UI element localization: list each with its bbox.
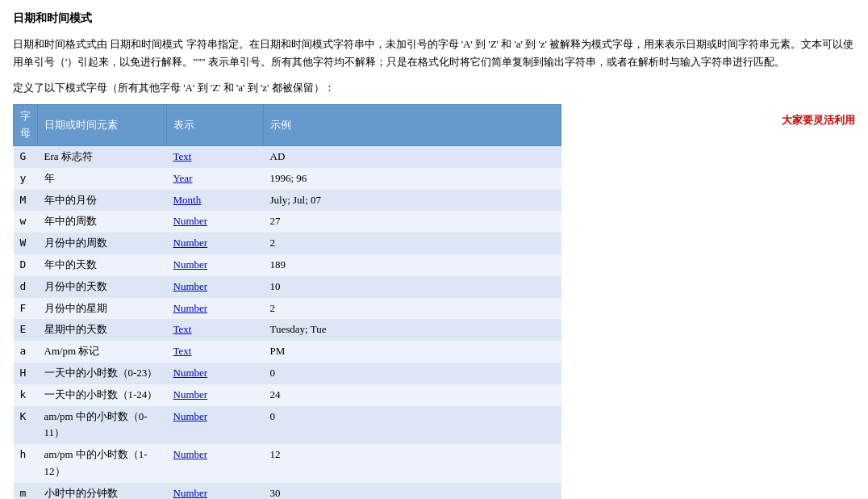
cell-letter: d: [14, 276, 38, 298]
cell-element: 星期中的天数: [38, 319, 167, 341]
cell-letter: w: [14, 211, 38, 233]
cell-element: am/pm 中的小时数（0-11）: [38, 406, 167, 445]
sidebar-note: 大家要灵活利用: [782, 112, 855, 129]
table-row: F月份中的星期Number2: [14, 298, 561, 320]
present-link[interactable]: Number: [173, 367, 208, 379]
cell-example: 30: [264, 483, 561, 499]
present-link[interactable]: Number: [173, 280, 208, 292]
col-header-example: 示例: [264, 105, 561, 146]
cell-present[interactable]: Number: [167, 406, 264, 445]
cell-letter: E: [14, 319, 38, 341]
cell-letter: F: [14, 298, 38, 320]
present-link[interactable]: Number: [173, 487, 208, 499]
present-link[interactable]: Text: [173, 150, 192, 162]
cell-example: Tuesday; Tue: [264, 319, 561, 341]
page-title: 日期和时间模式: [13, 10, 855, 27]
cell-element: 一天中的小时数（1-24）: [38, 384, 167, 406]
cell-letter: m: [14, 483, 38, 499]
cell-letter: D: [14, 254, 38, 276]
present-link[interactable]: Month: [173, 194, 202, 206]
cell-present[interactable]: Text: [167, 319, 264, 341]
cell-letter: H: [14, 363, 38, 384]
table-row: W月份中的周数Number2: [14, 233, 561, 254]
cell-present[interactable]: Text: [167, 145, 264, 167]
cell-example: 0: [264, 406, 561, 445]
date-time-table: 字母 日期或时间元素 表示 示例 GEra 标志符TextADy年Year199…: [13, 104, 561, 499]
col-header-letter: 字母: [14, 105, 38, 146]
definition-paragraph: 定义了以下模式字母（所有其他字母 'A' 到 'Z' 和 'a' 到 'z' 都…: [13, 80, 855, 97]
intro-paragraph: 日期和时间格式式由 日期和时间模式 字符串指定。在日期和时间模式字符串中，未加引…: [13, 36, 855, 71]
cell-letter: M: [14, 190, 38, 212]
cell-element: 月份中的周数: [38, 233, 167, 254]
present-link[interactable]: Number: [173, 302, 208, 314]
table-row: d月份中的天数Number10: [14, 276, 561, 298]
present-link[interactable]: Number: [173, 388, 208, 400]
cell-example: 0: [264, 363, 561, 384]
cell-letter: G: [14, 145, 38, 167]
table-row: y年Year1996; 96: [14, 168, 561, 190]
table-row: ham/pm 中的小时数（1-12）Number12: [14, 444, 561, 483]
present-link[interactable]: Number: [173, 410, 208, 422]
present-link[interactable]: Text: [173, 323, 192, 335]
table-row: D年中的天数Number189: [14, 254, 561, 276]
cell-example: 2: [264, 298, 561, 320]
cell-present[interactable]: Text: [167, 341, 264, 363]
cell-present[interactable]: Number: [167, 276, 264, 298]
cell-element: am/pm 中的小时数（1-12）: [38, 444, 167, 483]
cell-present[interactable]: Number: [167, 233, 264, 254]
cell-present[interactable]: Number: [167, 211, 264, 233]
cell-present[interactable]: Number: [167, 444, 264, 483]
table-row: w年中的周数Number27: [14, 211, 561, 233]
cell-example: 24: [264, 384, 561, 406]
present-link[interactable]: Year: [173, 172, 193, 184]
present-link[interactable]: Number: [173, 258, 208, 270]
col-header-element: 日期或时间元素: [38, 105, 167, 146]
cell-element: 年中的周数: [38, 211, 167, 233]
table-row: H一天中的小时数（0-23）Number0: [14, 363, 561, 384]
cell-letter: a: [14, 341, 38, 363]
cell-element: 年中的天数: [38, 254, 167, 276]
cell-letter: y: [14, 168, 38, 190]
cell-letter: h: [14, 444, 38, 483]
table-row: M年中的月份MonthJuly; Jul; 07: [14, 190, 561, 212]
cell-element: 一天中的小时数（0-23）: [38, 363, 167, 384]
cell-element: Am/pm 标记: [38, 341, 167, 363]
table-wrapper: 字母 日期或时间元素 表示 示例 GEra 标志符TextADy年Year199…: [13, 104, 766, 499]
cell-element: 月份中的天数: [38, 276, 167, 298]
cell-example: PM: [264, 341, 561, 363]
table-row: GEra 标志符TextAD: [14, 145, 561, 167]
cell-example: 12: [264, 444, 561, 483]
cell-example: 10: [264, 276, 561, 298]
cell-element: 年: [38, 168, 167, 190]
table-header-row: 字母 日期或时间元素 表示 示例: [14, 105, 561, 146]
cell-example: July; Jul; 07: [264, 190, 561, 212]
table-row: k一天中的小时数（1-24）Number24: [14, 384, 561, 406]
cell-element: 年中的月份: [38, 190, 167, 212]
table-row: aAm/pm 标记TextPM: [14, 341, 561, 363]
cell-present[interactable]: Year: [167, 168, 264, 190]
cell-present[interactable]: Number: [167, 483, 264, 499]
cell-example: 189: [264, 254, 561, 276]
cell-example: 27: [264, 211, 561, 233]
present-link[interactable]: Number: [173, 448, 208, 460]
cell-element: 月份中的星期: [38, 298, 167, 320]
col-header-present: 表示: [167, 105, 264, 146]
present-link[interactable]: Number: [173, 237, 208, 249]
cell-present[interactable]: Number: [167, 363, 264, 384]
cell-present[interactable]: Number: [167, 298, 264, 320]
main-content: 字母 日期或时间元素 表示 示例 GEra 标志符TextADy年Year199…: [13, 104, 855, 499]
cell-present[interactable]: Number: [167, 254, 264, 276]
cell-letter: W: [14, 233, 38, 254]
cell-element: Era 标志符: [38, 145, 167, 167]
cell-example: 1996; 96: [264, 168, 561, 190]
table-row: m小时中的分钟数Number30: [14, 483, 561, 499]
cell-example: 2: [264, 233, 561, 254]
cell-present[interactable]: Month: [167, 190, 264, 212]
cell-present[interactable]: Number: [167, 384, 264, 406]
cell-letter: k: [14, 384, 38, 406]
cell-element: 小时中的分钟数: [38, 483, 167, 499]
table-row: Kam/pm 中的小时数（0-11）Number0: [14, 406, 561, 445]
present-link[interactable]: Text: [173, 345, 192, 357]
cell-example: AD: [264, 145, 561, 167]
present-link[interactable]: Number: [173, 215, 208, 227]
